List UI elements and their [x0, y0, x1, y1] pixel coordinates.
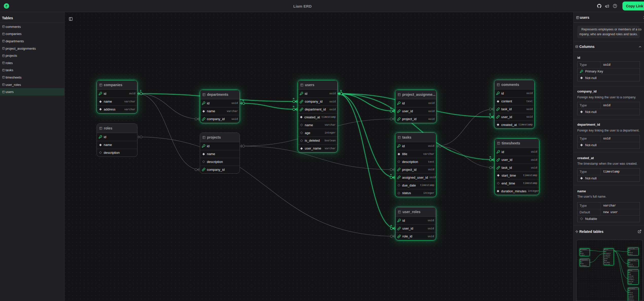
svg-text:n: n	[293, 97, 294, 100]
svg-text:n: n	[293, 105, 294, 108]
svg-text:n: n	[489, 112, 491, 115]
svg-text:1: 1	[242, 99, 244, 102]
svg-text:1: 1	[140, 89, 141, 92]
svg-text:n: n	[390, 224, 392, 227]
svg-text:1: 1	[340, 89, 342, 92]
svg-text:n: n	[390, 173, 392, 176]
svg-text:n: n	[490, 155, 491, 158]
